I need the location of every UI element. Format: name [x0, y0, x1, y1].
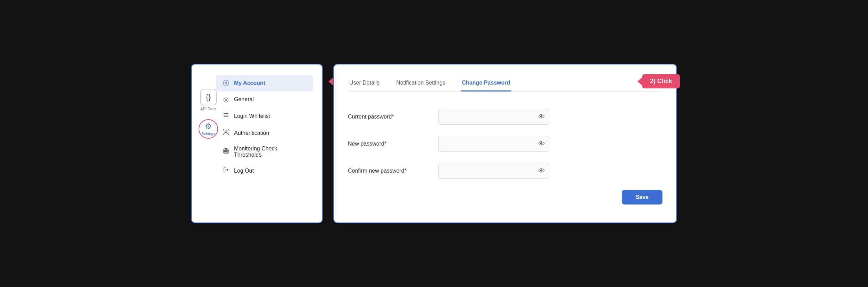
save-button[interactable]: Save	[622, 190, 662, 205]
confirm-password-wrapper: 👁	[438, 163, 549, 179]
confirm-password-label: Confirm new password*	[348, 168, 438, 174]
settings-button[interactable]: ⚙ Settings	[199, 119, 218, 139]
confirm-password-group: Confirm new password* 👁	[348, 163, 662, 179]
menu-label-login-whitelist: Login Whitelist	[234, 113, 270, 119]
right-panel: 2) Click User Details Notification Setti…	[333, 64, 677, 223]
left-panel: {} API Docs ⚙ Settings Ⓐ My Account ◎ Ge…	[191, 64, 323, 223]
menu-item-general[interactable]: ◎ General	[216, 92, 313, 107]
current-password-label: Current password*	[348, 114, 438, 120]
menu-item-authentication[interactable]: Authentication	[216, 124, 313, 141]
svg-rect-2	[224, 116, 228, 117]
svg-rect-1	[224, 115, 228, 115]
settings-label: Settings	[201, 132, 215, 136]
logout-icon	[222, 166, 230, 175]
current-password-wrapper: 👁	[438, 109, 549, 125]
menu-label-monitoring: Monitoring CheckThresholds	[234, 146, 277, 158]
gear-circle-icon: ◎	[222, 96, 230, 103]
person-circle-icon: Ⓐ	[222, 79, 230, 87]
menu-item-monitoring[interactable]: Monitoring CheckThresholds	[216, 141, 313, 162]
new-password-wrapper: 👁	[438, 136, 549, 152]
change-password-form: Current password* 👁 New password* 👁 Conf…	[348, 109, 662, 205]
target-icon	[222, 148, 230, 156]
new-password-eye-icon[interactable]: 👁	[538, 140, 545, 148]
menu-label-logout: Log Out	[234, 168, 254, 174]
menu-label-authentication: Authentication	[234, 130, 269, 136]
menu-item-logout[interactable]: Log Out	[216, 162, 313, 179]
confirm-password-input[interactable]	[438, 163, 549, 179]
confirm-password-eye-icon[interactable]: 👁	[538, 167, 545, 175]
sidebar-icons: {} API Docs ⚙ Settings	[192, 85, 218, 142]
tab-user-details[interactable]: User Details	[348, 75, 381, 91]
new-password-input[interactable]	[438, 136, 549, 152]
new-password-group: New password* 👁	[348, 136, 662, 152]
save-btn-row: Save	[348, 190, 662, 205]
svg-point-5	[224, 149, 228, 153]
svg-rect-0	[224, 113, 228, 114]
tab-change-password[interactable]: Change Password	[461, 75, 512, 91]
click-badge-2: 2) Click	[642, 74, 680, 88]
current-password-group: Current password* 👁	[348, 109, 662, 125]
current-password-input[interactable]	[438, 109, 549, 125]
menu-label-general: General	[234, 96, 254, 103]
list-icon	[222, 112, 230, 120]
dropdown-menu: Ⓐ My Account ◎ General Login Whitelist	[216, 75, 313, 179]
svg-point-6	[225, 150, 227, 152]
svg-point-3	[225, 130, 227, 132]
person-scan-icon	[222, 129, 230, 137]
gear-icon: ⚙	[205, 122, 212, 131]
current-password-eye-icon[interactable]: 👁	[538, 113, 545, 121]
menu-item-my-account[interactable]: Ⓐ My Account	[216, 75, 313, 92]
new-password-label: New password*	[348, 141, 438, 147]
menu-item-login-whitelist[interactable]: Login Whitelist	[216, 107, 313, 124]
tab-notification-settings[interactable]: Notification Settings	[395, 75, 446, 91]
api-docs-icon: {}	[200, 89, 217, 105]
menu-label-my-account: My Account	[234, 80, 265, 86]
tabs: User Details Notification Settings Chang…	[348, 75, 662, 92]
api-docs-label: API Docs	[200, 107, 216, 111]
